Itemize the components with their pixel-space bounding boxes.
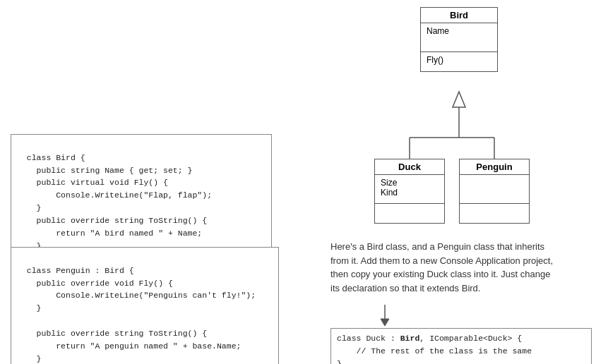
bird-bold: Bird — [400, 334, 420, 343]
duck-uml-methods — [375, 203, 444, 223]
penguin-code-box: class Penguin : Bird { public override v… — [11, 247, 279, 364]
penguin-uml-class: Penguin — [459, 159, 530, 224]
description-line2: from it. Add them to a new Console Appli… — [330, 254, 585, 268]
bird-uml-class: Bird Name Fly() — [420, 7, 498, 72]
bird-uml-header: Bird — [421, 8, 497, 23]
penguin-uml-attributes — [460, 175, 529, 203]
bird-code-text: class Bird { public string Name { get; s… — [17, 153, 212, 263]
description-line3: then copy your existing Duck class into … — [330, 267, 585, 281]
description-line1: Here's a Bird class, and a Penguin class… — [330, 240, 585, 254]
bird-uml-attributes: Name — [421, 23, 497, 51]
duck-uml-class: Duck Size Kind — [374, 159, 445, 224]
bird-uml-methods: Fly() — [421, 51, 497, 71]
duck-new-code-box: class Duck : Bird, IComparable<Duck> { /… — [330, 328, 592, 364]
penguin-uml-header: Penguin — [460, 159, 529, 175]
duck-uml-header: Duck — [375, 159, 444, 175]
svg-marker-6 — [381, 319, 389, 326]
penguin-uml-methods — [460, 203, 529, 223]
duck-uml-attributes: Size Kind — [375, 175, 444, 203]
svg-marker-4 — [453, 92, 465, 107]
description-line4: its declaration so that it extends Bird. — [330, 281, 585, 296]
penguin-code-text: class Penguin : Bird { public override v… — [17, 266, 256, 364]
description-block: Here's a Bird class, and a Penguin class… — [330, 240, 585, 295]
